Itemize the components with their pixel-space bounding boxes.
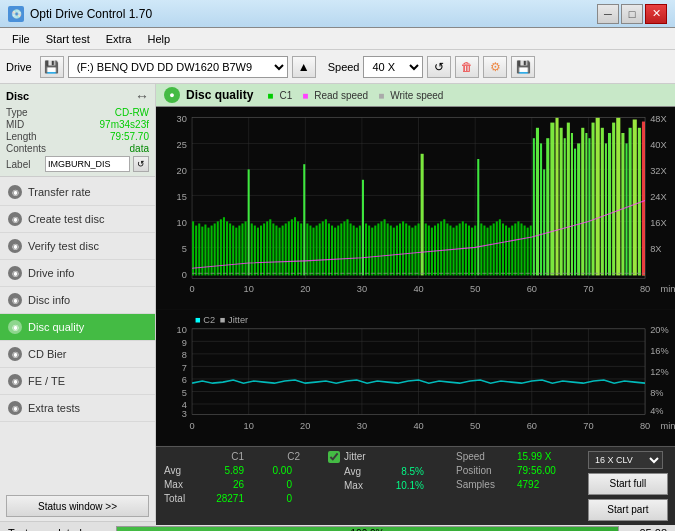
close-button[interactable]: ✕ (645, 4, 667, 24)
jitter-avg-label: Avg (344, 466, 376, 477)
disc-label-input[interactable] (45, 156, 130, 172)
maximize-button[interactable]: □ (621, 4, 643, 24)
avg-c2: 0.00 (248, 465, 292, 476)
speed-action-section: 16 X CLV 8 X CLV 4 X CLV Start full Star… (588, 451, 668, 521)
sidebar-item-transfer-rate[interactable]: ◉ Transfer rate (0, 179, 155, 206)
svg-text:15: 15 (177, 192, 187, 202)
svg-rect-136 (486, 228, 488, 276)
svg-rect-131 (471, 228, 473, 276)
svg-rect-140 (499, 219, 501, 275)
svg-rect-112 (411, 228, 413, 276)
svg-rect-59 (248, 169, 250, 275)
create-test-disc-label: Create test disc (28, 213, 104, 225)
drive-icon: 💾 (40, 56, 64, 78)
write-legend-label: Write speed (390, 90, 443, 101)
menu-help[interactable]: Help (139, 31, 178, 47)
erase-button[interactable]: 🗑 (455, 56, 479, 78)
svg-rect-44 (201, 227, 203, 276)
drive-select[interactable]: (F:) BENQ DVD DD DW1620 B7W9 (68, 56, 288, 78)
sidebar-item-disc-info[interactable]: ◉ Disc info (0, 287, 155, 314)
disc-arrow-icon[interactable]: ↔ (135, 88, 149, 104)
svg-text:40X: 40X (650, 140, 666, 150)
sidebar-item-verify-test-disc[interactable]: ◉ Verify test disc (0, 233, 155, 260)
sidebar-item-drive-info[interactable]: ◉ Drive info (0, 260, 155, 287)
svg-rect-124 (449, 226, 451, 276)
svg-text:16%: 16% (650, 346, 669, 356)
svg-rect-172 (612, 123, 615, 276)
svg-text:24X: 24X (650, 192, 666, 202)
disc-info-icon: ◉ (8, 293, 22, 307)
status-text: Test completed (8, 527, 108, 532)
sidebar-item-cd-bier[interactable]: ◉ CD Bier (0, 341, 155, 368)
stats-panel: C1 C2 Avg 5.89 0.00 Max 26 0 Total (156, 446, 675, 525)
menu-extra[interactable]: Extra (98, 31, 140, 47)
sidebar-item-fe-te[interactable]: ◉ FE / TE (0, 368, 155, 395)
speed-mode-select[interactable]: 16 X CLV 8 X CLV 4 X CLV (588, 451, 663, 469)
svg-rect-138 (493, 223, 495, 275)
svg-rect-151 (533, 138, 535, 275)
svg-rect-50 (220, 219, 222, 275)
svg-rect-80 (312, 228, 314, 276)
svg-rect-135 (483, 226, 485, 276)
svg-rect-130 (468, 226, 470, 276)
disc-header: Disc ↔ (6, 88, 149, 104)
svg-rect-115 (421, 154, 424, 276)
drive-info-label: Drive info (28, 267, 74, 279)
eject-button[interactable]: ▲ (292, 56, 316, 78)
jitter-checkbox[interactable] (328, 451, 340, 463)
sidebar-item-disc-quality[interactable]: ◉ Disc quality (0, 314, 155, 341)
refresh-button[interactable]: ↺ (427, 56, 451, 78)
svg-rect-149 (527, 228, 529, 276)
svg-rect-143 (508, 228, 510, 276)
sidebar-item-create-test-disc[interactable]: ◉ Create test disc (0, 206, 155, 233)
disc-length-label: Length (6, 131, 37, 142)
burn-button[interactable]: ⚙ (483, 56, 507, 78)
app-icon: 💿 (8, 6, 24, 22)
start-part-button[interactable]: Start part (588, 499, 668, 521)
nav-items: ◉ Transfer rate ◉ Create test disc ◉ Ver… (0, 177, 155, 424)
speed-select[interactable]: 40 X 32 X 24 X (363, 56, 423, 78)
svg-rect-147 (520, 223, 522, 275)
status-window-button[interactable]: Status window >> (6, 495, 149, 517)
svg-rect-81 (316, 226, 318, 276)
svg-rect-102 (380, 221, 382, 275)
svg-rect-45 (204, 225, 206, 276)
svg-rect-54 (232, 226, 234, 276)
svg-text:20: 20 (177, 166, 187, 176)
svg-text:10: 10 (177, 218, 187, 228)
c2-header: C2 (256, 451, 300, 462)
svg-rect-82 (319, 223, 321, 275)
progress-text: 100.0% (117, 527, 618, 532)
c1-legend-box: ■ (267, 90, 273, 101)
minimize-button[interactable]: ─ (597, 4, 619, 24)
toolbar: Drive 💾 (F:) BENQ DVD DD DW1620 B7W9 ▲ S… (0, 50, 675, 84)
svg-rect-100 (374, 226, 376, 276)
label-refresh-button[interactable]: ↺ (133, 156, 149, 172)
fe-te-label: FE / TE (28, 375, 65, 387)
speed-info-val: 15.99 X (517, 451, 551, 462)
svg-text:0: 0 (189, 284, 194, 294)
svg-text:9: 9 (182, 337, 187, 347)
svg-rect-158 (560, 128, 563, 276)
fe-te-icon: ◉ (8, 374, 22, 388)
svg-text:5: 5 (182, 387, 187, 397)
disc-type-label: Type (6, 107, 28, 118)
svg-rect-163 (577, 143, 580, 275)
svg-rect-117 (428, 226, 430, 276)
svg-text:min: min (660, 421, 675, 431)
title-bar-left: 💿 Opti Drive Control 1.70 (8, 6, 152, 22)
svg-text:60: 60 (527, 421, 537, 431)
save-button[interactable]: 💾 (511, 56, 535, 78)
svg-rect-101 (377, 223, 379, 275)
start-full-button[interactable]: Start full (588, 473, 668, 495)
svg-rect-79 (309, 226, 311, 276)
svg-rect-69 (279, 228, 281, 276)
stats-col-headers: C1 C2 (200, 451, 300, 462)
svg-text:70: 70 (583, 284, 593, 294)
svg-rect-53 (229, 223, 231, 275)
sidebar-item-extra-tests[interactable]: ◉ Extra tests (0, 395, 155, 422)
svg-rect-75 (297, 221, 299, 275)
c1-chart-svg: 30 25 20 15 10 5 0 48X 40X 32X 24X 16X 8… (156, 107, 675, 310)
menu-start-test[interactable]: Start test (38, 31, 98, 47)
menu-file[interactable]: File (4, 31, 38, 47)
